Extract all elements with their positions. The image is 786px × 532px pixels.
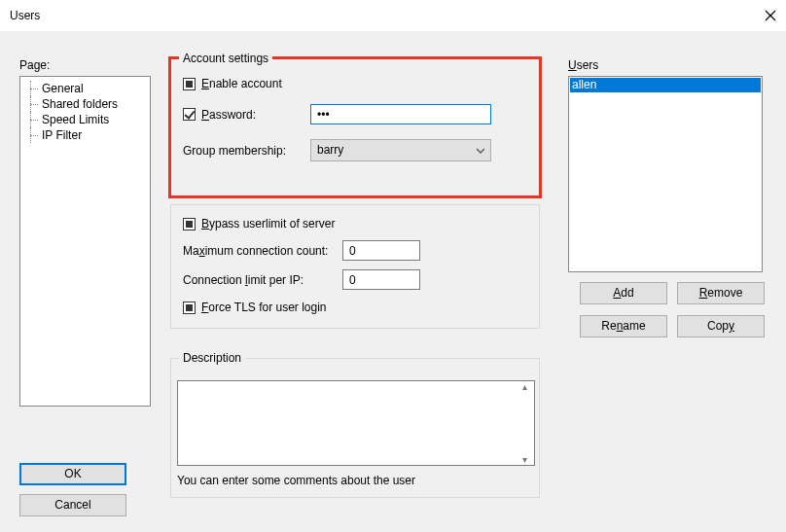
maxconn-input[interactable] — [342, 240, 420, 261]
tree-item-general[interactable]: General — [24, 81, 146, 96]
password-label[interactable]: Password: — [201, 108, 310, 122]
cancel-button[interactable]: Cancel — [19, 494, 126, 516]
description-group: Description ▴ ▾ You can enter some comme… — [170, 358, 540, 498]
bypass-label[interactable]: Bypass userlimit of server — [201, 217, 335, 231]
password-checkbox[interactable] — [183, 108, 196, 121]
bypass-checkbox[interactable] — [183, 218, 196, 231]
description-hint: You can enter some comments about the us… — [177, 474, 415, 487]
description-textarea[interactable] — [177, 380, 535, 466]
perip-row: Connection limit per IP: — [183, 269, 527, 290]
ok-button[interactable]: OK — [19, 463, 126, 485]
tree-item-ip-filter[interactable]: IP Filter — [24, 127, 146, 143]
titlebar: Users — [0, 0, 786, 31]
enable-account-label[interactable]: Enable account — [201, 77, 282, 90]
remove-button[interactable]: Remove — [677, 282, 765, 304]
users-listbox[interactable]: allen — [568, 76, 763, 272]
add-button[interactable]: Add — [580, 282, 667, 304]
window-title: Users — [10, 9, 40, 22]
group-membership-label: Group membership: — [183, 144, 310, 158]
chevron-down-icon — [477, 147, 484, 155]
close-icon — [765, 10, 776, 21]
limits-group: Bypass userlimit of server Maximum conne… — [170, 204, 540, 329]
enable-account-checkbox[interactable] — [183, 78, 196, 90]
users-list-item[interactable]: allen — [570, 78, 761, 92]
forcetls-checkbox[interactable] — [183, 301, 196, 314]
password-row: Password: — [183, 104, 527, 124]
tree-item-shared-folders[interactable]: Shared folders — [24, 96, 146, 112]
page-label: Page: — [19, 58, 50, 72]
bypass-row: Bypass userlimit of server — [183, 217, 527, 231]
copy-button[interactable]: Copy — [677, 315, 765, 337]
group-membership-select[interactable]: barry — [310, 139, 491, 161]
rename-button[interactable]: Rename — [580, 315, 667, 337]
group-membership-row: Group membership: barry — [183, 139, 527, 161]
account-settings-legend: Account settings — [179, 52, 272, 65]
client-area: Page: General Shared folders Speed Limit… — [0, 31, 786, 532]
description-legend: Description — [179, 351, 245, 365]
maxconn-row: Maximum connection count: — [183, 240, 527, 261]
perip-label: Connection limit per IP: — [183, 273, 339, 287]
password-input[interactable] — [310, 104, 491, 124]
users-dialog: Users Page: General Shared folders Speed… — [0, 0, 786, 532]
enable-account-row: Enable account — [183, 77, 527, 90]
tree-item-speed-limits[interactable]: Speed Limits — [24, 112, 146, 127]
close-button[interactable] — [737, 10, 776, 21]
group-membership-value: barry — [317, 143, 343, 157]
account-settings-group: Account settings Enable account Password… — [170, 58, 540, 196]
page-tree[interactable]: General Shared folders Speed Limits IP F… — [19, 76, 151, 407]
forcetls-row: Force TLS for user login — [183, 301, 527, 314]
perip-input[interactable] — [342, 269, 420, 290]
maxconn-label: Maximum connection count: — [183, 244, 339, 258]
forcetls-label[interactable]: Force TLS for user login — [201, 301, 327, 314]
users-label: Users — [568, 58, 598, 72]
